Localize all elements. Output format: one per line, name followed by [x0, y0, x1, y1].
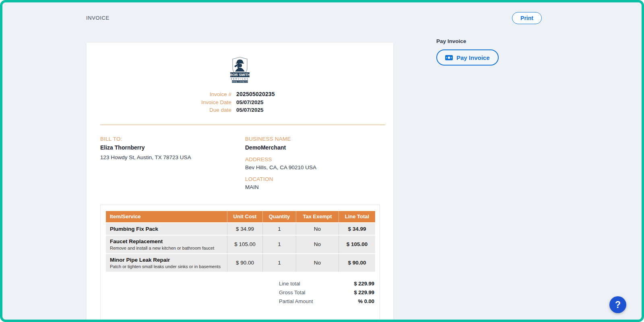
col-header-unit-cost: Unit Cost — [227, 211, 262, 222]
item-description: Patch or tighten small leaks under sinks… — [110, 264, 225, 269]
item-unit-cost: $ 105.00 — [227, 236, 262, 253]
svg-text:BOB SMITH: BOB SMITH — [230, 73, 250, 77]
due-date-row: Due date 05/07/2025 — [87, 106, 393, 114]
invoice-date-value: 05/07/2025 — [236, 98, 305, 107]
invoice-number-row: Invoice # 202505020235 — [87, 90, 393, 98]
invoice-date-label: Invoice Date — [175, 98, 231, 107]
item-name: Minor Pipe Leak Repair — [110, 257, 225, 263]
svg-text:GENERAL CONTRACTORS: GENERAL CONTRACTORS — [231, 81, 249, 83]
business-block: BUSINESS NAME DemoMerchant ADDRESS Bev H… — [245, 136, 380, 190]
business-name-label: BUSINESS NAME — [245, 136, 380, 142]
business-address-label: ADDRESS — [245, 156, 380, 162]
pay-invoice-button[interactable]: Pay Invoice — [436, 49, 499, 66]
invoice-date-row: Invoice Date 05/07/2025 — [87, 98, 393, 107]
bill-to-name: Eliza Thornberry — [100, 144, 245, 151]
item-tax-exempt: No — [296, 236, 339, 253]
col-header-tax-exempt: Tax Exempt — [296, 211, 339, 222]
print-button[interactable]: Print — [512, 12, 542, 24]
table-row: Plumbing Fix Pack $ 34.99 1 No $ 34.99 — [106, 223, 375, 235]
partial-amount-value: % 0.00 — [358, 298, 374, 304]
pay-invoice-button-label: Pay Invoice — [456, 54, 490, 61]
item-line-total: $ 34.99 — [339, 223, 375, 235]
line-total-label: Line total — [279, 281, 354, 287]
item-tax-exempt: No — [296, 254, 339, 272]
invoice-number-value: 202505020235 — [236, 90, 305, 98]
bob-smith-logo-icon: BOB SMITH SERVICES GENERAL CONTRACTORS — [227, 56, 253, 84]
item-quantity: 1 — [262, 223, 296, 235]
invoice-number-label: Invoice # — [175, 90, 231, 98]
items-table-container: Item/Service Unit Cost Quantity Tax Exem… — [100, 205, 380, 322]
pay-invoice-heading: Pay Invoice — [436, 38, 466, 44]
table-row: Faucet Replacement Remove and install a … — [106, 236, 375, 253]
item-quantity: 1 — [262, 254, 296, 272]
partial-amount-row: Partial Amount % 0.00 — [279, 297, 374, 306]
business-address: Bev Hills, CA, CA 90210 USA — [245, 164, 380, 170]
item-description: Remove and install a new kitchen or bath… — [110, 246, 225, 250]
table-header-row: Item/Service Unit Cost Quantity Tax Exem… — [106, 211, 375, 222]
business-location-label: LOCATION — [245, 176, 380, 182]
help-button[interactable]: ? — [609, 296, 626, 313]
item-name: Faucet Replacement — [110, 238, 225, 244]
line-total-row: Line total $ 229.99 — [279, 279, 374, 288]
item-line-total: $ 90.00 — [339, 254, 375, 272]
col-header-line-total: Line Total — [339, 211, 375, 222]
item-unit-cost: $ 90.00 — [227, 254, 262, 272]
totals-section: Line total $ 229.99 Gross Total $ 229.99… — [279, 279, 374, 306]
bill-to-label: BILL TO: — [100, 136, 245, 142]
due-date-value: 05/07/2025 — [236, 106, 305, 114]
invoice-card: BOB SMITH SERVICES GENERAL CONTRACTORS I… — [87, 43, 393, 322]
item-name: Plumbing Fix Pack — [110, 226, 225, 232]
business-name: DemoMerchant — [245, 144, 380, 151]
item-line-total: $ 105.00 — [339, 236, 375, 253]
item-unit-cost: $ 34.99 — [227, 223, 262, 235]
business-location: MAIN — [245, 184, 380, 190]
page-title: INVOICE — [86, 15, 109, 21]
question-mark-icon: ? — [615, 299, 621, 310]
invoice-page: INVOICE Print BOB SMITH SERVICES — [0, 0, 644, 322]
partial-amount-label: Partial Amount — [279, 298, 358, 304]
svg-text:SERVICES: SERVICES — [231, 78, 249, 80]
item-quantity: 1 — [262, 236, 296, 253]
invoice-meta: Invoice # 202505020235 Invoice Date 05/0… — [87, 90, 393, 114]
col-header-item-service: Item/Service — [106, 211, 227, 222]
gross-total-label: Gross Total — [279, 289, 354, 295]
table-row: Minor Pipe Leak Repair Patch or tighten … — [106, 254, 375, 272]
banknote-icon — [445, 55, 453, 60]
items-table: Item/Service Unit Cost Quantity Tax Exem… — [106, 210, 375, 273]
gross-total-value: $ 229.99 — [354, 289, 374, 295]
gross-total-row: Gross Total $ 229.99 — [279, 288, 374, 297]
company-logo: BOB SMITH SERVICES GENERAL CONTRACTORS — [87, 56, 393, 84]
bill-to-address: 123 Howdy St, Austin, TX 78723 USA — [100, 154, 245, 160]
divider — [100, 125, 385, 125]
line-total-value: $ 229.99 — [354, 281, 374, 287]
item-tax-exempt: No — [296, 223, 339, 235]
bill-to-block: BILL TO: Eliza Thornberry 123 Howdy St, … — [100, 136, 245, 190]
info-section: BILL TO: Eliza Thornberry 123 Howdy St, … — [87, 136, 393, 190]
col-header-quantity: Quantity — [262, 211, 296, 222]
due-date-label: Due date — [175, 106, 231, 114]
